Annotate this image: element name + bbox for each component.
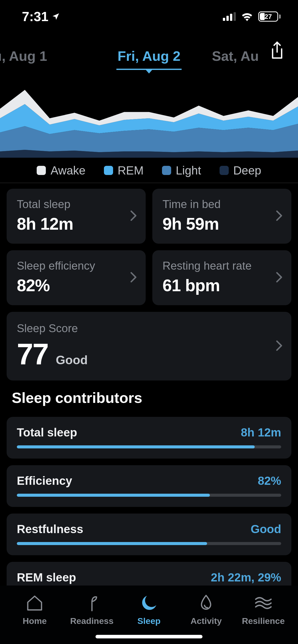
sleep-stages-chart[interactable]: [0, 86, 298, 158]
activity-icon: [197, 592, 215, 614]
legend-label-light: Light: [176, 164, 201, 177]
card-time-in-bed[interactable]: Time in bed 9h 59m: [152, 189, 291, 244]
contributor-restfulness[interactable]: Restfulness Good: [7, 514, 291, 555]
status-right: 27: [223, 11, 281, 22]
contributor-value: 82%: [258, 474, 281, 488]
tab-label: Readiness: [70, 616, 114, 626]
date-prev[interactable]: u, Aug 1: [0, 48, 48, 64]
card-label: Time in bed: [162, 198, 281, 211]
tab-home[interactable]: Home: [9, 592, 60, 626]
wifi-icon: [241, 12, 253, 21]
card-resting-heart-rate[interactable]: Resting heart rate 61 bpm: [152, 250, 291, 305]
contributor-label: Total sleep: [17, 426, 77, 439]
card-value: 9h 59m: [162, 214, 281, 233]
cellular-signal-icon: [223, 12, 236, 21]
readiness-icon: [83, 592, 101, 614]
chart-legend: Awake REM Light Deep: [0, 160, 298, 183]
chevron-right-icon: [276, 340, 283, 352]
contributors-list: Total sleep 8h 12m Efficiency 82% Restfu…: [7, 417, 291, 604]
contributor-bar: [17, 542, 281, 545]
chevron-right-icon: [130, 272, 137, 284]
tab-activity[interactable]: Activity: [181, 592, 232, 626]
legend-label-awake: Awake: [50, 164, 85, 177]
home-icon: [25, 592, 44, 614]
sleep-contributors-section: Sleep contributors Total sleep 8h 12m Ef…: [7, 389, 291, 604]
location-services-icon: [51, 12, 60, 21]
tab-label: Resilience: [242, 616, 285, 626]
card-label: Resting heart rate: [162, 259, 281, 272]
legend-deep: Deep: [220, 164, 261, 177]
sleep-score-value: 77: [17, 339, 48, 369]
contributor-label: Efficiency: [17, 474, 72, 488]
battery-percent: 27: [265, 13, 272, 21]
tab-readiness[interactable]: Readiness: [66, 592, 117, 626]
legend-label-deep: Deep: [233, 164, 261, 177]
contributor-total-sleep[interactable]: Total sleep 8h 12m: [7, 417, 291, 459]
tab-label: Sleep: [138, 616, 161, 626]
card-label: Sleep Score: [17, 322, 281, 335]
status-left: 7:31: [22, 9, 60, 24]
date-current-label: Fri, Aug 2: [117, 48, 180, 64]
share-icon: [269, 41, 285, 60]
card-sleep-efficiency[interactable]: Sleep efficiency 82%: [7, 250, 146, 305]
date-next[interactable]: Sat, Au: [211, 48, 260, 64]
legend-swatch-light: [162, 166, 171, 175]
contributor-bar: [17, 445, 281, 448]
tab-label: Home: [23, 616, 47, 626]
battery-indicator: 27: [258, 11, 281, 22]
legend-swatch-awake: [37, 166, 46, 175]
contributor-value: 8h 12m: [241, 426, 281, 439]
date-selector[interactable]: u, Aug 1 Fri, Aug 2 Sat, Au: [0, 41, 298, 71]
tab-sleep[interactable]: Sleep: [124, 592, 174, 626]
status-bar: 7:31 27: [0, 0, 298, 33]
contributor-fill: [17, 542, 207, 545]
card-label: Total sleep: [17, 198, 136, 211]
card-sleep-score[interactable]: Sleep Score 77 Good: [7, 312, 291, 380]
legend-light: Light: [162, 164, 201, 177]
chevron-right-icon: [130, 210, 137, 222]
legend-label-rem: REM: [118, 164, 144, 177]
status-time: 7:31: [22, 9, 48, 24]
card-value: 8h 12m: [17, 214, 136, 233]
tab-resilience[interactable]: Resilience: [238, 592, 289, 626]
contributor-fill: [17, 445, 255, 448]
date-current[interactable]: Fri, Aug 2: [116, 48, 181, 64]
date-caret-icon: [145, 69, 153, 74]
metric-cards: Total sleep 8h 12m Time in bed 9h 59m Sl…: [7, 189, 291, 380]
sleep-icon: [139, 592, 159, 614]
contributor-label: REM sleep: [17, 570, 76, 584]
card-value: 61 bpm: [162, 276, 281, 295]
legend-rem: REM: [104, 164, 144, 177]
legend-awake: Awake: [37, 164, 85, 177]
contributor-fill: [17, 494, 210, 497]
tab-label: Activity: [191, 616, 222, 626]
chevron-right-icon: [276, 272, 283, 284]
card-value: 82%: [17, 276, 136, 295]
legend-swatch-deep: [220, 166, 229, 175]
home-indicator[interactable]: [96, 635, 202, 638]
contributor-bar: [17, 494, 281, 497]
contributors-title: Sleep contributors: [12, 389, 291, 406]
share-button[interactable]: [267, 39, 287, 62]
legend-swatch-rem: [104, 166, 113, 175]
contributor-efficiency[interactable]: Efficiency 82%: [7, 465, 291, 507]
resilience-icon: [254, 592, 273, 614]
chevron-right-icon: [276, 210, 283, 222]
sleep-score-tag: Good: [56, 353, 88, 367]
contributor-label: Restfulness: [17, 522, 83, 536]
card-total-sleep[interactable]: Total sleep 8h 12m: [7, 189, 146, 244]
contributor-value: Good: [251, 522, 281, 536]
contributor-value: 2h 22m, 29%: [211, 570, 281, 584]
card-label: Sleep efficiency: [17, 259, 136, 272]
